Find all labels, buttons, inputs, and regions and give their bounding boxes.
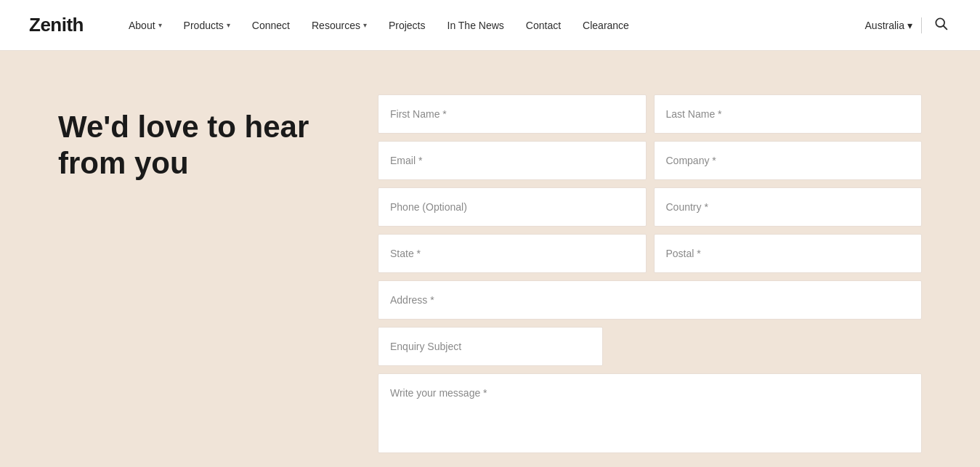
state-input[interactable] bbox=[378, 234, 647, 273]
country-input[interactable] bbox=[654, 187, 923, 227]
locale-label: Australia bbox=[865, 20, 904, 31]
name-row bbox=[378, 94, 922, 134]
state-postal-row bbox=[378, 234, 922, 273]
nav-item-clearance[interactable]: Clearance bbox=[574, 15, 638, 36]
products-dropdown-icon: ▾ bbox=[227, 21, 230, 29]
last-name-input[interactable] bbox=[654, 94, 923, 134]
postal-input[interactable] bbox=[654, 234, 923, 273]
email-company-row bbox=[378, 141, 922, 180]
page-heading: We'd love to hear from you bbox=[58, 109, 334, 182]
main-nav: About ▾ Products ▾ Connect Resources ▾ P… bbox=[120, 15, 865, 36]
nav-item-products[interactable]: Products ▾ bbox=[175, 15, 239, 36]
phone-input[interactable] bbox=[378, 187, 647, 227]
main-content: We'd love to hear from you bbox=[0, 51, 980, 467]
message-textarea[interactable] bbox=[378, 373, 922, 453]
resources-dropdown-icon: ▾ bbox=[363, 21, 367, 29]
nav-item-in-the-news[interactable]: In The News bbox=[439, 15, 513, 36]
left-panel: We'd love to hear from you bbox=[58, 94, 334, 182]
contact-form bbox=[378, 94, 922, 453]
nav-item-contact[interactable]: Contact bbox=[517, 15, 570, 36]
locale-arrow-icon: ▾ bbox=[907, 20, 912, 31]
address-input[interactable] bbox=[378, 280, 922, 320]
locale-selector[interactable]: Australia ▾ bbox=[865, 20, 912, 31]
site-logo[interactable]: Zenith bbox=[29, 14, 84, 36]
svg-line-1 bbox=[944, 26, 947, 30]
email-input[interactable] bbox=[378, 141, 647, 180]
nav-item-connect[interactable]: Connect bbox=[243, 15, 299, 36]
enquiry-subject-input[interactable] bbox=[378, 327, 603, 366]
company-input[interactable] bbox=[654, 141, 923, 180]
nav-item-about[interactable]: About ▾ bbox=[120, 15, 171, 36]
about-dropdown-icon: ▾ bbox=[158, 21, 162, 29]
search-button[interactable] bbox=[931, 13, 951, 37]
header-right: Australia ▾ bbox=[865, 13, 951, 37]
nav-item-resources[interactable]: Resources ▾ bbox=[303, 15, 376, 36]
phone-country-row bbox=[378, 187, 922, 227]
enquiry-row bbox=[378, 327, 922, 366]
nav-item-projects[interactable]: Projects bbox=[380, 15, 434, 36]
site-header: Zenith About ▾ Products ▾ Connect Resour… bbox=[0, 0, 980, 51]
first-name-input[interactable] bbox=[378, 94, 647, 134]
header-divider bbox=[921, 17, 922, 33]
